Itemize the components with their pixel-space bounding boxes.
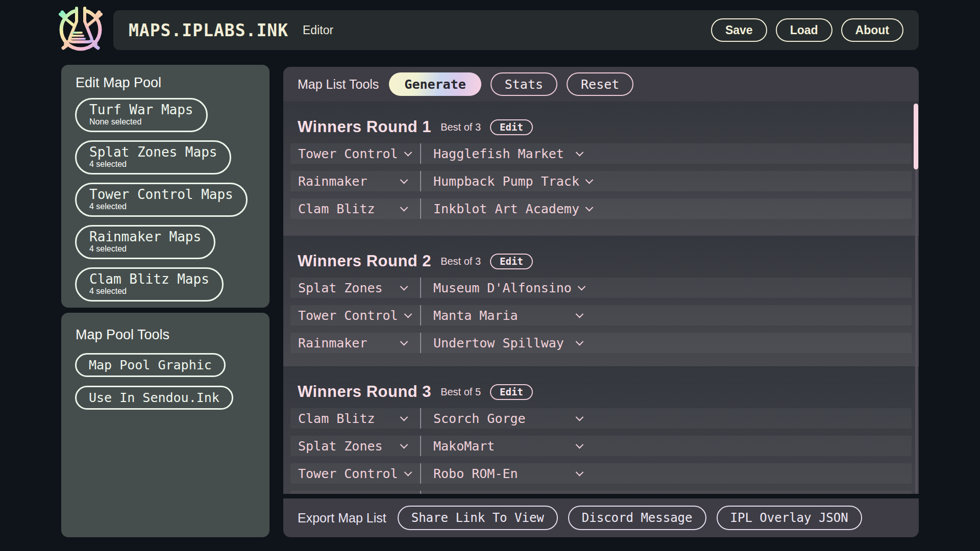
- chevron-down-icon: [400, 440, 408, 448]
- chevron-down-icon: [578, 282, 586, 290]
- chevron-down-icon: [576, 468, 584, 476]
- stats-button[interactable]: Stats: [491, 72, 557, 96]
- chevron-down-icon: [576, 310, 584, 318]
- discord-message-button[interactable]: Discord Message: [568, 506, 706, 530]
- mode-value: Rainmaker: [298, 174, 367, 189]
- map-select[interactable]: Undertow Spillway: [420, 333, 590, 353]
- pool-button-label: Tower Control Maps: [89, 187, 233, 202]
- mode-value: Splat Zones: [298, 439, 383, 454]
- chevron-down-icon: [576, 440, 584, 448]
- chevron-down-icon: [404, 310, 412, 318]
- map-value: Museum D'Alfonsino: [433, 281, 572, 295]
- pool-button-count: None selected: [89, 117, 193, 127]
- load-button[interactable]: Load: [776, 18, 832, 42]
- ipl-flask-logo[interactable]: [56, 5, 105, 54]
- map-list-tools-label: Map List Tools: [298, 77, 379, 92]
- app-subtitle: Editor: [303, 23, 333, 37]
- map-value: Undertow Spillway: [433, 336, 564, 350]
- chevron-down-icon: [576, 148, 584, 156]
- chevron-down-icon: [585, 203, 594, 211]
- mode-value: Tower Control: [298, 308, 398, 323]
- splat-zones-maps-button[interactable]: Splat Zones Maps 4 selected: [75, 140, 231, 174]
- map-select[interactable]: Manta Maria: [420, 305, 590, 325]
- map-value: Inkblot Art Academy: [433, 202, 579, 216]
- pool-button-label: Turf War Maps: [89, 102, 193, 117]
- export-map-list-label: Export Map List: [298, 511, 386, 525]
- round-format: Best of 5: [440, 386, 481, 398]
- game-row: Tower Control Hagglefish Market: [290, 143, 912, 164]
- use-in-sendou-ink-button[interactable]: Use In Sendou.Ink: [75, 386, 233, 410]
- generate-button[interactable]: Generate: [389, 72, 481, 96]
- map-value: Scorch Gorge: [433, 411, 526, 426]
- chevron-down-icon: [576, 413, 584, 421]
- map-select[interactable]: Inkblot Art Academy: [420, 198, 590, 219]
- map-value: MakoMart: [433, 439, 495, 454]
- map-value: Humpback Pump Track: [433, 174, 579, 189]
- map-select[interactable]: Scorch Gorge: [420, 408, 590, 429]
- mode-select[interactable]: Tower Control: [290, 143, 420, 164]
- edit-round-button[interactable]: Edit: [490, 119, 533, 135]
- mode-select[interactable]: Rainmaker: [290, 171, 420, 191]
- tower-control-maps-button[interactable]: Tower Control Maps 4 selected: [75, 183, 248, 217]
- reset-button[interactable]: Reset: [567, 72, 633, 96]
- mode-select[interactable]: Rainmaker: [290, 333, 420, 353]
- game-row: Tower Control Manta Maria: [290, 305, 912, 325]
- chevron-down-icon: [400, 176, 408, 184]
- clam-blitz-maps-button[interactable]: Clam Blitz Maps 4 selected: [75, 267, 224, 302]
- mode-select[interactable]: [290, 491, 420, 494]
- mode-select[interactable]: Splat Zones: [290, 278, 420, 298]
- edit-round-button[interactable]: Edit: [490, 384, 533, 400]
- chevron-down-icon: [404, 468, 412, 476]
- ipl-overlay-json-button[interactable]: IPL Overlay JSON: [717, 506, 862, 530]
- map-value: Manta Maria: [433, 308, 518, 323]
- about-button[interactable]: About: [841, 18, 903, 42]
- map-select[interactable]: [420, 491, 590, 494]
- map-select[interactable]: Robo ROM-En: [420, 463, 590, 484]
- map-select[interactable]: Museum D'Alfonsino: [420, 278, 590, 298]
- rainmaker-maps-button[interactable]: Rainmaker Maps 4 selected: [75, 225, 215, 259]
- mode-value: Clam Blitz: [298, 411, 375, 426]
- chevron-down-icon: [404, 148, 412, 156]
- game-row: [290, 491, 912, 494]
- game-row: Rainmaker Humpback Pump Track: [290, 171, 912, 191]
- round-section: Winners Round 1 Best of 3 Edit Tower Con…: [283, 102, 919, 236]
- map-list-scroll-area: Winners Round 1 Best of 3 Edit Tower Con…: [283, 102, 919, 494]
- save-button[interactable]: Save: [711, 18, 767, 42]
- pool-button-count: 4 selected: [89, 160, 217, 169]
- map-pool-graphic-button[interactable]: Map Pool Graphic: [75, 353, 226, 377]
- round-title: Winners Round 1: [298, 118, 431, 136]
- export-map-list-bar: Export Map List Share Link To View Disco…: [283, 498, 919, 537]
- pool-button-label: Clam Blitz Maps: [89, 271, 209, 287]
- map-list-toolbar: Map List Tools Generate Stats Reset: [283, 67, 919, 102]
- map-select[interactable]: Humpback Pump Track: [420, 171, 590, 191]
- scrollbar-thumb[interactable]: [914, 104, 918, 169]
- map-pool-tools-heading: Map Pool Tools: [76, 327, 270, 343]
- edit-round-button[interactable]: Edit: [490, 254, 533, 269]
- mode-value: Rainmaker: [298, 336, 367, 350]
- mode-value: Tower Control: [298, 466, 398, 481]
- map-select[interactable]: MakoMart: [420, 436, 590, 456]
- chevron-down-icon: [400, 413, 408, 421]
- edit-map-pool-heading: Edit Map Pool: [76, 75, 270, 91]
- pool-button-label: Rainmaker Maps: [89, 229, 201, 244]
- chevron-down-icon: [576, 337, 584, 345]
- chevron-down-icon: [400, 203, 408, 211]
- app-title: MAPS.IPLABS.INK: [129, 20, 288, 40]
- share-link-to-view-button[interactable]: Share Link To View: [398, 506, 558, 530]
- map-value: Robo ROM-En: [433, 466, 518, 481]
- mode-value: Tower Control: [298, 146, 398, 161]
- mode-select[interactable]: Clam Blitz: [290, 408, 420, 429]
- mode-select[interactable]: Tower Control: [290, 305, 420, 325]
- mode-select[interactable]: Tower Control: [290, 463, 420, 484]
- mode-select[interactable]: Clam Blitz: [290, 198, 420, 219]
- pool-button-count: 4 selected: [89, 287, 209, 296]
- pool-button-label: Splat Zones Maps: [89, 144, 217, 160]
- round-section: Winners Round 2 Best of 3 Edit Splat Zon…: [283, 236, 919, 366]
- chevron-down-icon: [400, 282, 408, 290]
- map-pool-tools-panel: Map Pool Tools Map Pool Graphic Use In S…: [61, 313, 270, 537]
- game-row: Splat Zones Museum D'Alfonsino: [290, 278, 912, 298]
- map-select[interactable]: Hagglefish Market: [420, 143, 590, 164]
- mode-select[interactable]: Splat Zones: [290, 436, 420, 456]
- turf-war-maps-button[interactable]: Turf War Maps None selected: [75, 98, 208, 132]
- game-row: Splat Zones MakoMart: [290, 436, 912, 456]
